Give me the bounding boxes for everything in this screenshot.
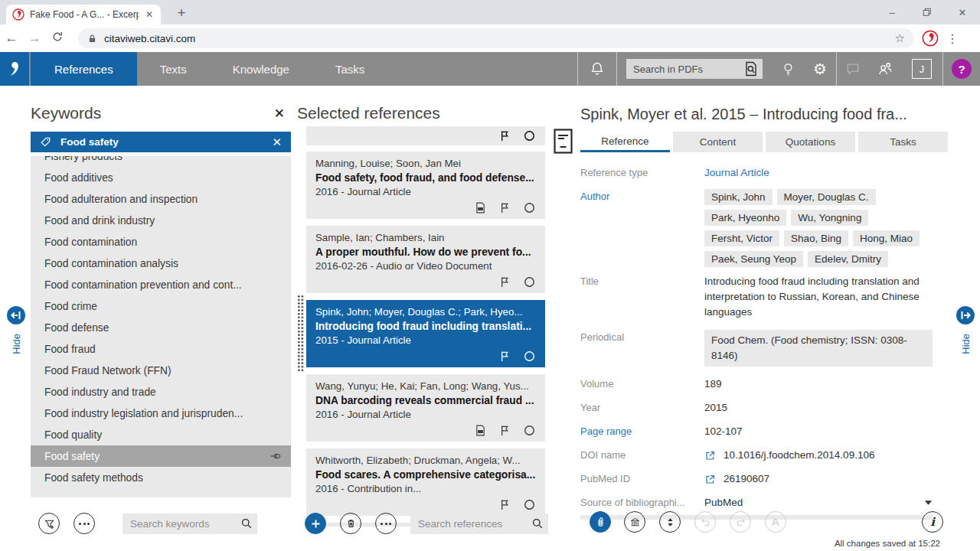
nav-tab-tasks[interactable]: Tasks <box>312 52 387 86</box>
address-bar[interactable]: citaviweb.citavi.com ☆ <box>78 28 914 48</box>
field-label[interactable]: Page range <box>580 424 704 437</box>
author-chip[interactable]: Moyer, Douglas C. <box>777 189 876 205</box>
year-value[interactable]: 2015 <box>704 400 933 416</box>
keyword-item[interactable]: Food contamination analysis <box>31 253 291 274</box>
keyword-item[interactable]: Food additives <box>31 167 291 188</box>
new-tab-button[interactable]: + <box>172 3 191 23</box>
reference-type-value[interactable]: Journal Article <box>704 165 933 181</box>
help-button[interactable]: ? <box>952 59 972 79</box>
title-value[interactable]: Introducing food fraud including transla… <box>704 274 933 320</box>
page-range-value[interactable]: 102-107 <box>704 424 933 439</box>
detail-tab-reference[interactable]: Reference <box>580 132 670 152</box>
settings-gear-icon[interactable]: ⚙ <box>804 52 836 86</box>
keyword-item[interactable]: Food and drink industry <box>31 210 291 231</box>
tab-close-icon[interactable]: ✕ <box>144 9 155 20</box>
nav-tab-references[interactable]: References <box>31 52 137 86</box>
selection-circle-icon[interactable] <box>523 424 536 437</box>
detail-tab-content[interactable]: Content <box>673 132 763 152</box>
redo-button[interactable] <box>730 511 751 533</box>
selection-circle-icon[interactable] <box>523 129 536 142</box>
delete-reference-button[interactable] <box>340 513 361 534</box>
keyword-item[interactable]: Food industry and trade <box>31 381 291 403</box>
back-button[interactable]: ← <box>0 31 23 46</box>
search-in-document-icon[interactable] <box>743 60 760 77</box>
keyword-item[interactable]: Food quality <box>31 424 291 445</box>
info-button[interactable]: i <box>922 511 943 533</box>
pdf-attachment-icon[interactable] <box>474 424 487 437</box>
window-close-button[interactable]: ✕ <box>945 0 980 24</box>
bookmark-star-icon[interactable]: ☆ <box>895 31 905 45</box>
reference-card-partial[interactable] <box>306 126 545 145</box>
source-dropdown[interactable]: PubMed <box>704 495 933 510</box>
attachments-button[interactable] <box>590 511 611 533</box>
reference-search-input[interactable] <box>410 514 548 534</box>
keyword-search-input[interactable] <box>122 514 257 534</box>
author-chip[interactable]: Paek, Seung Yeop <box>704 251 803 267</box>
flag-icon[interactable] <box>498 129 511 142</box>
pin-icon[interactable] <box>270 450 282 462</box>
author-chip[interactable]: Wu, Yongning <box>791 210 868 226</box>
browser-menu-icon[interactable]: ⋮ <box>946 31 959 46</box>
reference-card[interactable]: Whitworth, Elizabeth; Druckman, Angela; … <box>306 448 545 516</box>
search-icon[interactable] <box>240 517 253 530</box>
keyword-item[interactable]: Food safety methods <box>31 467 291 488</box>
reference-card[interactable]: Sample, Ian; Chambers, IainA proper mout… <box>306 226 545 293</box>
volume-value[interactable]: 189 <box>704 377 933 392</box>
keyword-item[interactable]: Food crime <box>31 295 291 317</box>
add-filter-button[interactable] <box>38 513 60 534</box>
remove-filter-icon[interactable]: ✕ <box>272 135 282 149</box>
keyword-item[interactable]: Food safety <box>31 445 291 467</box>
detail-tab-quotations[interactable]: Quotations <box>766 132 855 152</box>
browser-tab[interactable]: Fake Food - A G... - Excerp ✕ <box>6 5 161 24</box>
window-minimize-button[interactable]: – <box>874 0 910 24</box>
nav-tab-knowledge[interactable]: Knowledge <box>210 52 312 86</box>
reference-card[interactable]: Spink, John; Moyer, Douglas C.; Park, Hy… <box>306 300 545 367</box>
drag-handle[interactable] <box>297 295 305 373</box>
notifications-bell-icon[interactable] <box>578 52 616 86</box>
pdf-attachment-icon[interactable] <box>474 201 487 214</box>
forward-button[interactable]: → <box>23 31 46 46</box>
add-reference-button[interactable] <box>305 513 326 534</box>
reference-card[interactable]: Manning, Louise; Soon, Jan MeiFood safet… <box>306 152 545 219</box>
author-chip[interactable]: Spink, John <box>704 189 773 205</box>
reference-card[interactable]: Wang, Yunyu; He, Kai; Fan, Long; Wang, Y… <box>306 374 545 442</box>
author-chip[interactable]: Edelev, Dmitry <box>808 251 888 267</box>
collapse-right-panel[interactable]: Hide <box>956 306 975 357</box>
window-restore-button[interactable] <box>910 0 945 24</box>
nav-tab-texts[interactable]: Texts <box>137 52 210 86</box>
selection-circle-icon[interactable] <box>523 201 536 214</box>
pubmed-value[interactable]: 26190607 <box>724 471 769 487</box>
team-people-icon[interactable] <box>869 52 901 86</box>
undo-button[interactable] <box>694 511 716 533</box>
user-avatar[interactable]: J <box>912 59 932 79</box>
keyword-item[interactable]: Food defense <box>31 317 291 338</box>
selection-circle-icon[interactable] <box>523 276 536 289</box>
citavi-extension-icon[interactable] <box>922 30 939 47</box>
keyword-item[interactable]: Food industry legislation and jurisprude… <box>31 403 291 424</box>
close-keywords-icon[interactable]: ✕ <box>274 106 291 122</box>
flag-icon[interactable] <box>498 350 511 363</box>
format-button[interactable]: A <box>765 511 786 533</box>
keyword-item[interactable]: Food contamination <box>31 231 291 253</box>
citavi-logo[interactable] <box>0 52 29 86</box>
keyword-item[interactable]: Fishery products <box>31 156 291 167</box>
references-more-button[interactable] <box>375 513 397 534</box>
active-filter-chip[interactable]: Food safety ✕ <box>31 132 291 152</box>
chat-icon[interactable] <box>837 52 869 86</box>
external-link-icon[interactable] <box>704 450 716 461</box>
author-chip[interactable]: Hong, Miao <box>853 230 920 246</box>
detail-tab-tasks[interactable]: Tasks <box>858 132 948 152</box>
author-chip[interactable]: Fersht, Victor <box>704 230 779 246</box>
keywords-more-button[interactable] <box>74 513 95 534</box>
author-chip[interactable]: Park, Hyeonho <box>704 210 786 226</box>
expand-collapse-button[interactable] <box>659 511 681 533</box>
keyword-item[interactable]: Food Fraud Network (FFN) <box>31 360 291 381</box>
keyword-item[interactable]: Food contamination prevention and cont..… <box>31 274 291 295</box>
library-button[interactable] <box>624 511 645 533</box>
reload-button[interactable] <box>46 31 69 47</box>
keyword-item[interactable]: Food fraud <box>31 338 291 360</box>
flag-icon[interactable] <box>498 276 511 289</box>
external-link-icon[interactable] <box>704 474 716 485</box>
selection-circle-icon[interactable] <box>523 350 536 363</box>
flag-icon[interactable] <box>498 201 511 214</box>
